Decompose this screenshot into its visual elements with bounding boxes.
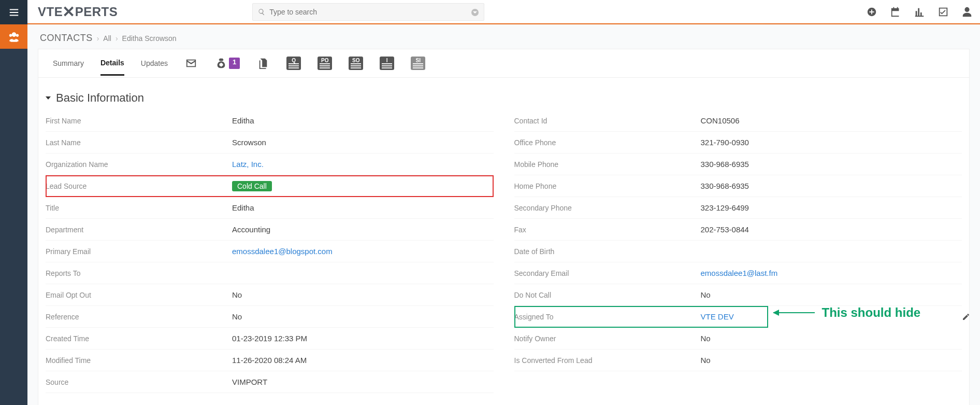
- badge-count: 1: [229, 58, 240, 69]
- quick-create-icon[interactable]: [866, 6, 877, 18]
- tasks-icon[interactable]: [938, 6, 949, 18]
- details-right-col: Contact IdCON10506 Office Phone321-790-0…: [514, 110, 962, 393]
- tab-payments[interactable]: 1: [214, 58, 240, 76]
- field-modified-time[interactable]: Modified Time11-26-2020 08:24 AM: [46, 350, 494, 371]
- field-department[interactable]: DepartmentAccounting: [46, 219, 494, 241]
- field-primary-email[interactable]: Primary Emailemossdalee1@blogspot.com: [46, 241, 494, 262]
- envelope-icon: [184, 58, 198, 69]
- si-badge: SI: [411, 57, 425, 70]
- field-value[interactable]: Latz, Inc.: [232, 160, 264, 169]
- field-notify-owner[interactable]: Notify OwnerNo: [514, 328, 962, 350]
- field-lead-source[interactable]: Lead SourceCold Call: [46, 175, 494, 197]
- field-is-converted[interactable]: Is Converted From LeadNo: [514, 350, 962, 371]
- field-last-name[interactable]: Last NameScrowson: [46, 132, 494, 153]
- field-value: No: [701, 334, 711, 343]
- tab-purchase-orders[interactable]: PO: [318, 57, 332, 77]
- record-tabs: Summary Details Updates 1 Q PO SO I SI: [38, 49, 969, 78]
- field-reference[interactable]: ReferenceNo: [46, 306, 494, 328]
- field-label: Lead Source: [46, 182, 232, 190]
- caret-down-icon: [46, 96, 51, 100]
- field-contact-id[interactable]: Contact IdCON10506: [514, 110, 962, 132]
- field-mobile-phone[interactable]: Mobile Phone330-968-6935: [514, 153, 962, 175]
- field-value[interactable]: emossdalee1@last.fm: [701, 269, 778, 277]
- breadcrumb-level2: Editha Scrowson: [122, 34, 177, 43]
- field-first-name[interactable]: First NameEditha: [46, 110, 494, 132]
- tab-updates[interactable]: Updates: [141, 59, 168, 75]
- field-value: No: [232, 290, 242, 299]
- field-label: Is Converted From Lead: [514, 356, 701, 365]
- search-icon: [258, 8, 265, 16]
- user-menu-icon[interactable]: [961, 6, 973, 18]
- tab-documents[interactable]: [256, 58, 270, 76]
- field-organization[interactable]: Organization NameLatz, Inc.: [46, 153, 494, 175]
- tab-sales-orders[interactable]: SO: [349, 57, 363, 77]
- field-secondary-email[interactable]: Secondary Emailemossdalee1@last.fm: [514, 262, 962, 284]
- field-label: Home Phone: [514, 182, 701, 190]
- field-assigned-to[interactable]: Assigned To VTE DEV: [514, 306, 768, 328]
- field-do-not-call[interactable]: Do Not CallNo: [514, 284, 962, 306]
- so-badge: SO: [349, 57, 363, 70]
- field-value: VIMPORT: [232, 378, 267, 386]
- edit-pencil-icon[interactable]: [962, 313, 970, 321]
- global-search[interactable]: [252, 3, 484, 21]
- field-value: Accounting: [232, 225, 270, 234]
- contacts-module-button[interactable]: [0, 24, 27, 49]
- reports-icon[interactable]: [914, 6, 925, 18]
- field-home-phone[interactable]: Home Phone330-968-6935: [514, 175, 962, 197]
- field-label: Assigned To: [514, 313, 701, 321]
- tab-quotes[interactable]: Q: [286, 57, 301, 77]
- tab-details[interactable]: Details: [100, 59, 124, 76]
- tab-emails[interactable]: [184, 58, 198, 76]
- top-header: VTE✕PERTS: [27, 0, 980, 24]
- field-fax[interactable]: Fax202-753-0844: [514, 219, 962, 241]
- field-office-phone[interactable]: Office Phone321-790-0930: [514, 132, 962, 153]
- search-scope-dropdown[interactable]: [471, 9, 479, 16]
- main-menu-button[interactable]: [0, 0, 27, 24]
- field-source[interactable]: SourceVIMPORT: [46, 371, 494, 393]
- field-value: No: [701, 290, 711, 299]
- field-label: Primary Email: [46, 247, 232, 256]
- field-secondary-phone[interactable]: Secondary Phone323-129-6499: [514, 197, 962, 219]
- app-left-rail: [0, 0, 27, 405]
- field-label: Email Opt Out: [46, 291, 232, 299]
- field-title[interactable]: TitleEditha: [46, 197, 494, 219]
- section-basic-information[interactable]: Basic Information: [38, 78, 969, 110]
- record-sheet: Summary Details Updates 1 Q PO SO I SI: [38, 49, 970, 405]
- field-value[interactable]: emossdalee1@blogspot.com: [232, 247, 333, 256]
- details-grid: First NameEditha Last NameScrowson Organ…: [38, 110, 969, 405]
- field-created-time[interactable]: Created Time01-23-2019 12:33 PM: [46, 328, 494, 350]
- field-label: Source: [46, 378, 232, 386]
- field-email-opt-out[interactable]: Email Opt OutNo: [46, 284, 494, 306]
- field-value: 321-790-0930: [701, 138, 749, 147]
- field-reports-to[interactable]: Reports To: [46, 262, 494, 284]
- breadcrumb-module[interactable]: CONTACTS: [40, 33, 93, 44]
- breadcrumb-level1[interactable]: All: [103, 34, 111, 43]
- field-value[interactable]: VTE DEV: [701, 312, 734, 321]
- quotes-badge: Q: [286, 57, 301, 70]
- field-label: Secondary Email: [514, 269, 701, 277]
- field-label: Do Not Call: [514, 291, 701, 299]
- field-value: 202-753-0844: [701, 225, 749, 234]
- money-bag-icon: [214, 58, 228, 69]
- field-label: Notify Owner: [514, 334, 701, 343]
- chevron-right-icon: ›: [97, 34, 99, 43]
- field-label: Created Time: [46, 334, 232, 343]
- field-label: Office Phone: [514, 138, 701, 147]
- po-badge: PO: [318, 57, 332, 70]
- arrow-icon: [773, 312, 815, 313]
- header-quick-actions: [866, 6, 973, 18]
- tab-invoices[interactable]: I: [380, 57, 394, 77]
- hamburger-icon: [8, 7, 20, 18]
- field-value: 11-26-2020 08:24 AM: [232, 356, 307, 365]
- search-input[interactable]: [269, 8, 479, 16]
- content-area: CONTACTS › All › Editha Scrowson Summary…: [27, 24, 980, 405]
- field-value: Editha: [232, 203, 254, 212]
- app-logo[interactable]: VTE✕PERTS: [38, 3, 118, 21]
- tab-sales-invoice[interactable]: SI: [411, 57, 425, 77]
- field-label: Reference: [46, 313, 232, 321]
- calendar-icon[interactable]: [890, 6, 901, 18]
- field-label: Department: [46, 226, 232, 234]
- field-dob[interactable]: Date of Birth: [514, 241, 962, 262]
- tab-summary[interactable]: Summary: [53, 59, 84, 75]
- field-label: Title: [46, 204, 232, 212]
